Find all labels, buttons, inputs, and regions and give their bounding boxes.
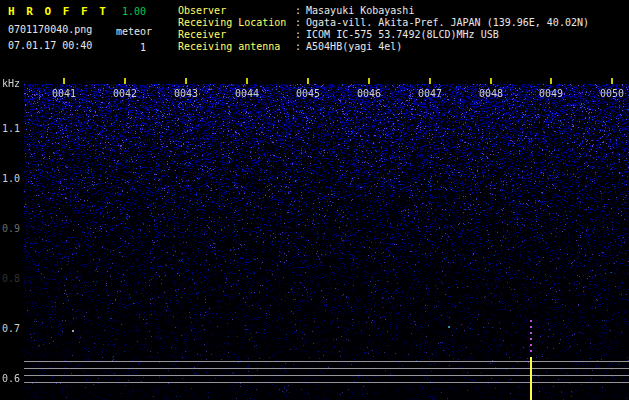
info-label: Observer bbox=[178, 5, 295, 17]
info-row-location: Receiving Location : Ogata-vill. Akita-P… bbox=[178, 17, 628, 29]
spectrogram-noise bbox=[24, 84, 629, 400]
minute-tick bbox=[185, 78, 187, 84]
info-separator: : bbox=[295, 41, 301, 53]
meteor-echo-spike bbox=[530, 357, 532, 400]
minute-tick bbox=[429, 78, 431, 84]
station-info: Observer : Masayuki Kobayashi Receiving … bbox=[178, 5, 628, 53]
time-label: 0048 bbox=[478, 88, 504, 99]
minute-tick bbox=[246, 78, 248, 84]
time-label: 0046 bbox=[356, 88, 382, 99]
output-filename: 0701170040.png bbox=[8, 24, 92, 35]
minute-tick bbox=[550, 78, 552, 84]
minute-tick bbox=[611, 78, 613, 84]
info-label: Receiver bbox=[178, 29, 295, 41]
echo-count: 1 bbox=[140, 42, 146, 53]
meteor-echo-trace bbox=[530, 320, 532, 356]
info-row-receiver: Receiver : ICOM IC-575 53.7492(8LCD)MHz … bbox=[178, 29, 628, 41]
freq-label: 0.9 bbox=[2, 223, 24, 234]
time-label: 0049 bbox=[538, 88, 564, 99]
minute-tick bbox=[124, 78, 126, 84]
info-separator: : bbox=[295, 17, 301, 29]
time-label: 0050 bbox=[599, 88, 625, 99]
time-label: 0042 bbox=[112, 88, 138, 99]
level-graph-gridlines bbox=[24, 361, 629, 384]
minute-tick bbox=[368, 78, 370, 84]
info-row-antenna: Receiving antenna : A504HB(yagi 4el) bbox=[178, 41, 628, 53]
mode-label: meteor bbox=[116, 26, 152, 37]
app-version: 1.00 bbox=[122, 6, 146, 17]
info-separator: : bbox=[295, 29, 301, 41]
freq-label: 0.6 bbox=[2, 373, 24, 384]
noise-speck bbox=[448, 326, 450, 328]
minute-tick bbox=[307, 78, 309, 84]
minute-tick bbox=[490, 78, 492, 84]
info-value: Masayuki Kobayashi bbox=[306, 5, 414, 17]
info-label: Receiving antenna bbox=[178, 41, 295, 53]
datetime-label: 07.01.17 00:40 bbox=[8, 40, 92, 51]
info-separator: : bbox=[295, 5, 301, 17]
info-row-observer: Observer : Masayuki Kobayashi bbox=[178, 5, 628, 17]
freq-label: 0.7 bbox=[2, 323, 24, 334]
freq-unit-label: kHz bbox=[2, 78, 24, 89]
minute-tick bbox=[63, 78, 65, 84]
freq-label: 1.1 bbox=[2, 123, 24, 134]
info-value: A504HB(yagi 4el) bbox=[306, 41, 402, 53]
freq-label: 0.8 bbox=[2, 273, 24, 284]
time-label: 0043 bbox=[173, 88, 199, 99]
time-label: 0041 bbox=[51, 88, 77, 99]
hrofft-window: H R O F F T 1.00 0701170040.png meteor 0… bbox=[0, 0, 629, 400]
time-label: 0045 bbox=[295, 88, 321, 99]
info-value: Ogata-vill. Akita-Pref. JAPAN (139.96E, … bbox=[306, 17, 589, 29]
time-label: 0047 bbox=[417, 88, 443, 99]
time-label: 0044 bbox=[234, 88, 260, 99]
info-label: Receiving Location bbox=[178, 17, 295, 29]
app-title: H R O F F T bbox=[8, 5, 108, 18]
info-value: ICOM IC-575 53.7492(8LCD)MHz USB bbox=[306, 29, 499, 41]
noise-speck bbox=[72, 330, 74, 332]
freq-label: 1.0 bbox=[2, 173, 24, 184]
